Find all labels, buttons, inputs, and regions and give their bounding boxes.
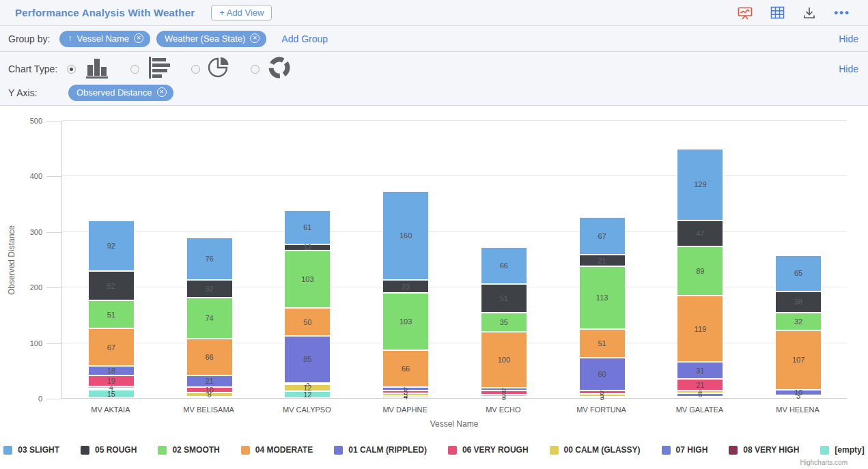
chart-type-option-column[interactable]	[67, 55, 113, 83]
radio-selected[interactable]	[67, 65, 76, 74]
bar-segment[interactable]: 65	[775, 255, 822, 292]
legend-label: 03 SLIGHT	[18, 445, 59, 455]
bar-segment[interactable]: 21	[186, 375, 233, 387]
legend-item[interactable]: 03 SLIGHT	[3, 445, 59, 455]
group-by-label: Group by:	[8, 33, 50, 44]
bar-segment[interactable]: 74	[186, 298, 233, 339]
add-view-button[interactable]: + Add View	[211, 5, 272, 20]
segment-data-label: 51	[481, 294, 527, 302]
segment-data-label: 52	[89, 282, 134, 289]
chip-vessel-name[interactable]: ↑ Vessel Name ✕	[59, 31, 150, 47]
bar-segment[interactable]: 6	[382, 387, 429, 390]
bar-segment[interactable]: 107	[775, 330, 822, 390]
bar-segment[interactable]: 129	[677, 149, 723, 221]
bar-segment[interactable]: 35	[481, 313, 527, 332]
x-axis-category-label: MV HELENA	[748, 406, 847, 414]
table-icon[interactable]	[770, 6, 785, 19]
bar-segment[interactable]: 10	[775, 390, 822, 395]
bar-segment[interactable]: 4	[88, 386, 135, 388]
bar-segment[interactable]: 113	[579, 266, 626, 329]
bar-segment[interactable]: 50	[284, 308, 331, 336]
bar-segment[interactable]: 67	[579, 217, 626, 255]
download-icon[interactable]	[802, 6, 816, 20]
bar-segment[interactable]: 10	[186, 387, 233, 393]
bar-segment[interactable]: 60	[579, 358, 626, 391]
radio-unselected[interactable]	[251, 65, 260, 74]
bar-segment[interactable]: 66	[186, 339, 233, 375]
bar-segment[interactable]: 18	[88, 366, 135, 376]
segment-data-label: 60	[580, 371, 625, 378]
bar-segment[interactable]: 5	[481, 388, 527, 390]
legend-item[interactable]: 04 MODERATE	[241, 445, 313, 455]
hide-group-by-link[interactable]: Hide	[839, 33, 858, 44]
legend-item[interactable]: 00 CALM (GLASSY)	[550, 445, 641, 455]
bar-segment[interactable]: 12	[284, 391, 331, 398]
bar-segment[interactable]: 61	[284, 210, 331, 244]
bar-segment[interactable]: 85	[284, 336, 331, 383]
bar-segment[interactable]: 100	[481, 332, 527, 387]
segment-data-label: 129	[677, 181, 723, 188]
bar-segment[interactable]: 103	[382, 293, 429, 350]
bar-segment[interactable]: 51	[88, 300, 135, 329]
legend-item[interactable]: 01 CALM (RIPPLED)	[334, 445, 427, 455]
remove-chip-icon[interactable]: ✕	[134, 33, 143, 43]
bar-segment[interactable]: 89	[677, 246, 723, 296]
bar-segment[interactable]: 76	[186, 238, 233, 280]
bar-segment[interactable]: 67	[88, 328, 135, 366]
legend-swatch	[3, 446, 12, 455]
y-tick-label: 100	[14, 339, 42, 347]
bar-segment[interactable]: 66	[481, 247, 527, 284]
bar-segment[interactable]: 21	[677, 379, 723, 390]
more-options-icon[interactable]: •••	[834, 10, 850, 16]
bar-segment[interactable]: 119	[677, 296, 723, 362]
bar-segment[interactable]: 38	[775, 292, 822, 313]
chart-type-option-donut[interactable]	[251, 55, 292, 83]
legend-item[interactable]: 08 VERY HIGH	[729, 445, 799, 455]
chip-observed-distance[interactable]: Observed Distance ✕	[68, 85, 173, 101]
legend-item[interactable]: 06 VERY ROUGH	[448, 445, 529, 455]
y-tick-label: 400	[14, 172, 42, 180]
chart-type-option-bar[interactable]	[130, 55, 173, 83]
bar-segment[interactable]: 47	[677, 221, 723, 246]
legend-item[interactable]: 02 SMOOTH	[158, 445, 219, 455]
chip-weather-sea-state[interactable]: Weather (Sea State) ✕	[156, 31, 266, 47]
presentation-chart-icon[interactable]	[738, 6, 753, 20]
bar-segment[interactable]: 3	[284, 383, 331, 384]
gridline	[62, 175, 847, 176]
legend-item[interactable]: 07 HIGH	[662, 445, 708, 455]
legend-swatch	[334, 446, 343, 455]
add-group-link[interactable]: Add Group	[281, 33, 328, 44]
legend-item[interactable]: 05 ROUGH	[81, 445, 137, 455]
bar-segment[interactable]: 21	[579, 255, 626, 266]
bar-segment[interactable]: 31	[677, 362, 723, 379]
remove-chip-icon[interactable]: ✕	[157, 87, 167, 97]
bar-segment[interactable]: 32	[186, 280, 233, 298]
bar-segment[interactable]: 92	[88, 221, 135, 272]
segment-data-label: 38	[776, 298, 821, 306]
bar-segment[interactable]: 66	[382, 350, 429, 387]
legend-item[interactable]: [empty]	[820, 445, 864, 455]
hide-chart-type-link[interactable]: Hide	[839, 63, 858, 74]
segment-data-label: 51	[89, 311, 134, 318]
bar-segment[interactable]: 51	[579, 329, 626, 358]
chart-type-row: Chart Type:	[0, 52, 868, 83]
radio-unselected[interactable]	[191, 65, 200, 74]
bar-segment[interactable]: 32	[775, 313, 822, 330]
highcharts-credits[interactable]: Highcharts.com	[800, 459, 848, 466]
bar-segment[interactable]: 5	[579, 390, 626, 393]
bar-segment[interactable]: 160	[382, 191, 429, 280]
bar-segment[interactable]: 103	[284, 251, 331, 308]
legend-label: [empty]	[835, 445, 864, 455]
radio-unselected[interactable]	[130, 65, 139, 74]
bar-segment[interactable]: 51	[481, 284, 527, 313]
chart-type-option-pie[interactable]	[191, 55, 233, 83]
bar-segment[interactable]: 52	[88, 271, 135, 300]
bar-segment[interactable]: 23	[382, 280, 429, 293]
bar-segment[interactable]: 4	[677, 390, 723, 393]
gridline	[62, 120, 847, 121]
bar-segment[interactable]: 19	[88, 375, 135, 386]
remove-chip-icon[interactable]: ✕	[250, 33, 260, 43]
toolbar: •••	[738, 6, 858, 20]
bar-segment[interactable]: 12	[284, 244, 331, 251]
y-tick-label: 300	[14, 228, 42, 236]
